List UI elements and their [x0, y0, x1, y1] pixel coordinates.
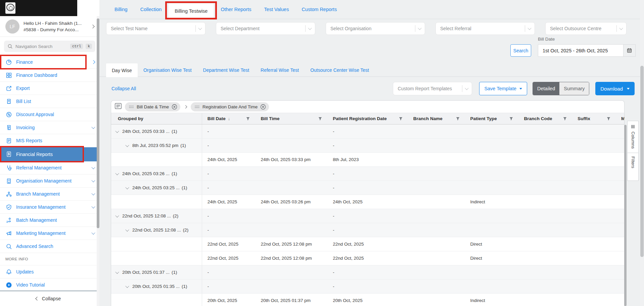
side-panel-tab-columns[interactable]: Columns [627, 121, 639, 153]
filter-funnel-icon[interactable] [456, 117, 460, 121]
select-select-organisation[interactable]: Select Organisation [326, 22, 425, 35]
shortcut-key-ctrl: ctrl [70, 44, 83, 49]
sidebar-item-batch-management[interactable]: Batch Management [0, 214, 99, 227]
collapse-label: Collapse [42, 296, 61, 301]
column-header-me[interactable]: Me [616, 113, 624, 124]
drag-dots-icon[interactable] [195, 105, 200, 108]
filter-funnel-icon[interactable] [509, 117, 513, 121]
table-cell-grouped: 8th Jul, 2023 05:52 pm(1) [111, 139, 202, 152]
toggle-summary[interactable]: Summary [559, 82, 589, 95]
download-button[interactable]: Download [595, 82, 635, 95]
column-header-branch-code[interactable]: Branch Code [518, 113, 572, 124]
select-select-test-name[interactable]: Select Test Name [106, 22, 205, 35]
custom-report-templates-select[interactable]: Custom Report Templates [393, 82, 472, 95]
sidebar-item-mis-reports[interactable]: MIS Reports [0, 134, 99, 147]
report-tab-outsource-center-wise-test[interactable]: Outsource Center Wise Test [305, 63, 375, 77]
sidebar-collapse-button[interactable]: Collapse [0, 291, 97, 306]
filter-funnel-icon[interactable] [606, 117, 611, 121]
sidebar-item-insurance-management[interactable]: Insurance Management [0, 201, 99, 214]
sidebar-item-finance[interactable]: Finance [0, 56, 99, 69]
sidebar-item-organisation-management[interactable]: Organisation Management [0, 174, 99, 188]
insurance-icon [5, 204, 12, 210]
sidebar-item-finance-dashboard[interactable]: Finance Dashboard [0, 69, 99, 82]
table-cell-branch_code [518, 195, 572, 209]
table-cell-patient_registration_date: - [327, 223, 408, 237]
sort-desc-icon[interactable]: ↓ [228, 116, 230, 121]
expand-chevron-icon[interactable] [125, 185, 129, 189]
expand-chevron-icon[interactable] [125, 143, 129, 147]
sidebar-item-discount-approval[interactable]: Discount Approval [0, 108, 99, 121]
expand-chevron-icon[interactable] [115, 129, 119, 133]
report-tab-department-wise-test[interactable]: Department Wise Test [197, 63, 255, 77]
search-button[interactable]: Search [510, 44, 531, 57]
grouping-chip-registration-date-and-time[interactable]: Registration Date And Time [191, 102, 269, 111]
user-profile[interactable]: LF Hello LH - Fahim Shaikh (1... #5838 -… [0, 16, 99, 37]
grouping-chip-bill-date-time[interactable]: Bill Date & Time [125, 102, 180, 111]
expand-chevron-icon[interactable] [115, 171, 119, 175]
report-tab-organisation-wise-test[interactable]: Organisation Wise Test [138, 63, 197, 77]
drag-dots-icon[interactable] [129, 105, 134, 108]
save-template-button[interactable]: Save Template [479, 82, 527, 95]
filter-funnel-icon[interactable] [399, 117, 403, 121]
expand-chevron-icon[interactable] [125, 227, 129, 231]
report-tab-label: Outsource Center Wise Test [310, 67, 369, 73]
sidebar-item-referral-management[interactable]: Referral Management [0, 161, 99, 174]
chevron-right-icon[interactable] [91, 24, 94, 28]
sidebar-scrollbar[interactable] [97, 16, 99, 306]
sidebar-item-financial-reports[interactable]: Financial Reports [0, 147, 99, 161]
tab-custom-reports[interactable]: Custom Reports [295, 0, 343, 19]
expand-chevron-icon[interactable] [115, 213, 119, 217]
calendar-button[interactable] [623, 44, 636, 57]
sidebar-item-branch-management[interactable]: Branch Management [0, 188, 99, 201]
chip-label: Registration Date And Time [202, 104, 258, 109]
filter-funnel-icon[interactable] [563, 117, 567, 121]
table-cell-suffix [572, 265, 616, 279]
sidebar-item-export[interactable]: Export [0, 82, 99, 95]
table-cell-grouped: 24th Oct, 2025 03:33 ...(1) [111, 124, 202, 138]
select-select-department[interactable]: Select Department [216, 22, 315, 35]
column-header-grouped-by[interactable]: Grouped by [111, 113, 202, 124]
sidebar-item-marketing-management[interactable]: Marketing Management [0, 227, 99, 240]
navigation-search-input[interactable]: Navigation Search ctrl k [4, 41, 95, 52]
side-panel-tab-filters[interactable]: Filters [627, 153, 639, 181]
sidebar-item-bill-list[interactable]: Bill List [0, 95, 99, 108]
tab-test-values[interactable]: Test Values [258, 0, 295, 19]
report-tab-day-wise[interactable]: Day Wise [106, 63, 138, 77]
remove-chip-icon[interactable] [172, 104, 177, 110]
select-select-outsource-centre[interactable]: Select Outsource Centre [545, 22, 627, 35]
sidebar-item-advanced-search[interactable]: Advanced Search [0, 240, 99, 253]
table-cell-suffix [572, 139, 616, 152]
filter-funnel-icon[interactable] [318, 117, 322, 121]
table-scrollbar-thumb[interactable] [624, 125, 627, 306]
tab-other-reports[interactable]: Other Reports [214, 0, 258, 19]
export-icon [5, 85, 12, 92]
tab-billing[interactable]: Billing [108, 0, 134, 19]
sidebar-scrollbar-thumb[interactable] [97, 18, 99, 228]
filter-funnel-icon[interactable] [246, 117, 250, 121]
column-header-suffix[interactable]: Suffix [572, 113, 616, 124]
table-cell-suffix [572, 237, 616, 251]
expand-chevron-icon[interactable] [125, 284, 129, 288]
sidebar-item-video-tutorial[interactable]: Video Tutorial [0, 278, 99, 292]
report-tab-referral-wise-test[interactable]: Referral Wise Test [255, 63, 305, 77]
select-select-referral[interactable]: Select Referral [435, 22, 535, 35]
collapse-all-link[interactable]: Collapse All [111, 86, 136, 91]
sidebar-item-invoicing[interactable]: Invoicing [0, 121, 99, 134]
group-by-list-icon[interactable] [114, 102, 122, 111]
bill-date-range-input[interactable]: 1st Oct, 2025 - 26th Oct, 2025 [538, 44, 623, 57]
chevron-down-icon [91, 205, 95, 208]
page-scrollbar-thumb[interactable] [640, 66, 644, 257]
column-header-patient-type[interactable]: Patient Type [465, 113, 519, 124]
remove-chip-icon[interactable] [260, 104, 266, 110]
sidebar-top-bar [0, 0, 77, 16]
expand-chevron-icon[interactable] [115, 270, 119, 273]
column-header-patient-registration-date[interactable]: Patient Registration Date [327, 113, 408, 124]
toggle-detailed[interactable]: Detailed [533, 82, 559, 95]
tab-collection[interactable]: Collection [134, 0, 168, 19]
page-scrollbar[interactable] [640, 0, 644, 306]
column-header-bill-time[interactable]: Bill Time [255, 113, 327, 124]
column-header-bill-date[interactable]: Bill Date↓ [202, 113, 256, 124]
column-header-branch-name[interactable]: Branch Name [408, 113, 465, 124]
sidebar-item-updates[interactable]: Updates [0, 265, 99, 278]
tab-billing-testwise[interactable]: Billing Testwise [168, 3, 214, 19]
